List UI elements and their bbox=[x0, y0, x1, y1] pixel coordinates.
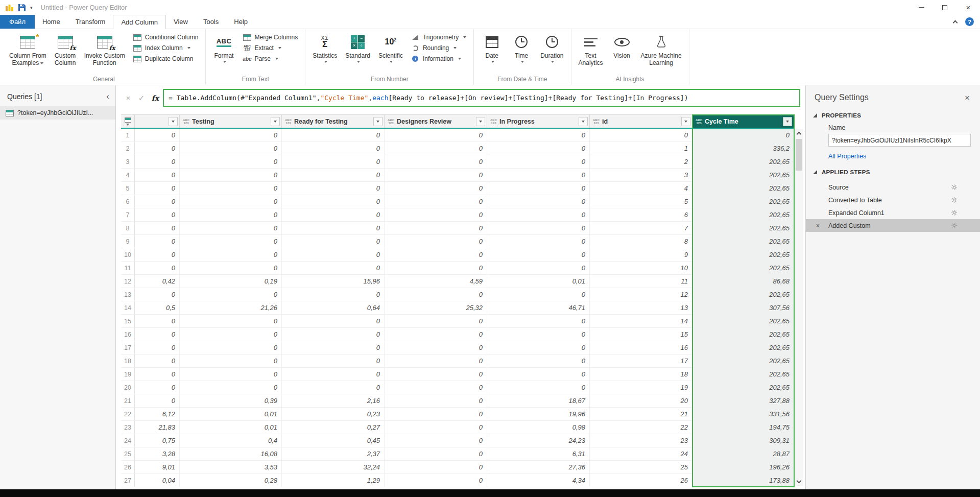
table-cell[interactable]: 0 bbox=[135, 288, 180, 301]
row-number[interactable]: 13 bbox=[121, 288, 135, 301]
table-cell[interactable]: 0 bbox=[180, 315, 282, 327]
table-cell[interactable]: 3 bbox=[590, 169, 692, 181]
table-cell[interactable]: 307,56 bbox=[692, 301, 794, 314]
table-cell[interactable]: 0,23 bbox=[282, 408, 385, 420]
table-cell[interactable]: 0 bbox=[180, 328, 282, 341]
table-cell[interactable]: 202,65 bbox=[692, 182, 794, 195]
table-cell[interactable]: 0 bbox=[180, 248, 282, 261]
filter-dropdown-icon[interactable] bbox=[579, 117, 588, 126]
table-cell[interactable]: 0 bbox=[385, 381, 487, 394]
table-cell[interactable]: 25 bbox=[590, 461, 692, 474]
vertical-scrollbar[interactable] bbox=[795, 129, 803, 486]
row-number[interactable]: 3 bbox=[121, 155, 135, 168]
table-cell[interactable]: 24 bbox=[590, 447, 692, 460]
table-cell[interactable]: 0 bbox=[180, 182, 282, 195]
column-header-ready-for-testing[interactable]: ABC123Ready for Testing bbox=[282, 115, 385, 128]
table-cell[interactable]: 0 bbox=[385, 447, 487, 460]
table-cell[interactable]: 0,01 bbox=[487, 275, 590, 288]
table-cell[interactable]: 0 bbox=[135, 182, 180, 195]
row-number[interactable]: 2 bbox=[121, 142, 135, 155]
table-cell[interactable]: 0 bbox=[180, 235, 282, 248]
row-number[interactable]: 24 bbox=[121, 434, 135, 447]
table-cell[interactable]: 0 bbox=[282, 262, 385, 274]
delete-step-icon[interactable]: × bbox=[816, 222, 820, 229]
close-button[interactable]: × bbox=[957, 0, 980, 15]
ribbon-button-parse[interactable]: abcParse bbox=[241, 55, 300, 63]
table-cell[interactable]: 0 bbox=[385, 315, 487, 327]
table-cell[interactable]: 0 bbox=[487, 182, 590, 195]
column-header-in-progress[interactable]: ABC123In Progress bbox=[487, 115, 590, 128]
table-cell[interactable]: 0 bbox=[282, 288, 385, 301]
row-number[interactable]: 23 bbox=[121, 421, 135, 434]
table-cell[interactable]: 196,26 bbox=[692, 461, 794, 474]
table-cell[interactable]: 173,88 bbox=[692, 474, 794, 487]
table-cell[interactable]: 202,65 bbox=[692, 368, 794, 381]
applied-step-converted-to-table[interactable]: Converted to Table bbox=[806, 194, 980, 206]
cancel-formula-button[interactable]: × bbox=[122, 93, 134, 102]
tab-home[interactable]: Home bbox=[35, 15, 68, 29]
table-cell[interactable]: 0 bbox=[180, 195, 282, 208]
column-header-cycle-time[interactable]: ABC123Cycle Time bbox=[692, 115, 794, 128]
table-cell[interactable]: 0,01 bbox=[180, 408, 282, 420]
table-cell[interactable]: 19,96 bbox=[487, 408, 590, 420]
table-cell[interactable]: 0 bbox=[487, 248, 590, 261]
table-cell[interactable]: 0 bbox=[385, 262, 487, 274]
table-cell[interactable]: 0 bbox=[487, 155, 590, 168]
table-cell[interactable]: 0 bbox=[135, 169, 180, 181]
table-cell[interactable]: 0 bbox=[385, 155, 487, 168]
tab-add-column[interactable]: Add Column bbox=[113, 15, 166, 29]
table-cell[interactable]: 0 bbox=[135, 368, 180, 381]
table-cell[interactable]: 6,12 bbox=[135, 408, 180, 420]
tab-help[interactable]: Help bbox=[226, 15, 255, 29]
table-cell[interactable]: 0 bbox=[135, 315, 180, 327]
table-cell[interactable]: 25,32 bbox=[385, 301, 487, 314]
table-cell[interactable]: 0 bbox=[282, 169, 385, 181]
table-cell[interactable]: 0 bbox=[692, 129, 794, 141]
table-cell[interactable]: 11 bbox=[590, 275, 692, 288]
row-number[interactable]: 9 bbox=[121, 235, 135, 248]
table-cell[interactable]: 0 bbox=[135, 208, 180, 221]
table-cell[interactable]: 0 bbox=[180, 368, 282, 381]
table-cell[interactable]: 0 bbox=[282, 315, 385, 327]
table-cell[interactable]: 0 bbox=[385, 394, 487, 407]
table-cell[interactable]: 19 bbox=[590, 381, 692, 394]
filter-dropdown-icon[interactable] bbox=[476, 117, 485, 126]
table-cell[interactable]: 0 bbox=[180, 262, 282, 274]
ribbon-button-duration[interactable]: Duration bbox=[537, 31, 567, 75]
table-cell[interactable]: 14 bbox=[590, 315, 692, 327]
ribbon-button-duplicate-column[interactable]: Duplicate Column bbox=[131, 55, 201, 63]
table-cell[interactable]: 309,31 bbox=[692, 434, 794, 447]
table-cell[interactable]: 0 bbox=[487, 195, 590, 208]
table-cell[interactable]: 0 bbox=[282, 248, 385, 261]
table-cell[interactable]: 0 bbox=[385, 288, 487, 301]
table-cell[interactable]: 0 bbox=[487, 354, 590, 367]
table-cell[interactable]: 0 bbox=[487, 315, 590, 327]
table-cell[interactable]: 1,29 bbox=[282, 474, 385, 487]
all-properties-link[interactable]: All Properties bbox=[806, 152, 980, 165]
table-cell[interactable]: 15,96 bbox=[282, 275, 385, 288]
ribbon-button-time[interactable]: Time bbox=[507, 31, 536, 75]
table-cell[interactable]: 336,2 bbox=[692, 142, 794, 155]
close-settings-icon[interactable]: × bbox=[965, 93, 970, 102]
table-cell[interactable]: 0 bbox=[135, 248, 180, 261]
table-cell[interactable]: 202,65 bbox=[692, 169, 794, 181]
table-cell[interactable]: 0 bbox=[385, 248, 487, 261]
row-number[interactable]: 18 bbox=[121, 354, 135, 367]
table-cell[interactable]: 202,65 bbox=[692, 235, 794, 248]
table-cell[interactable]: 0 bbox=[135, 354, 180, 367]
ribbon-button-vision[interactable]: Vision bbox=[608, 31, 636, 75]
applied-step-expanded-column1[interactable]: Expanded Column1 bbox=[806, 206, 980, 219]
table-cell[interactable]: 0,45 bbox=[282, 434, 385, 447]
table-cell[interactable]: 0 bbox=[487, 288, 590, 301]
ribbon-button-text-analytics[interactable]: TextAnalytics bbox=[575, 31, 607, 75]
row-number[interactable]: 4 bbox=[121, 169, 135, 181]
table-cell[interactable]: 202,65 bbox=[692, 315, 794, 327]
collapse-ribbon-icon[interactable] bbox=[953, 20, 958, 25]
table-cell[interactable]: 0 bbox=[282, 328, 385, 341]
table-cell[interactable]: 202,65 bbox=[692, 341, 794, 354]
table-cell[interactable]: 0 bbox=[385, 208, 487, 221]
table-cell[interactable]: 2,37 bbox=[282, 447, 385, 460]
row-number[interactable]: 20 bbox=[121, 381, 135, 394]
table-cell[interactable]: 21,26 bbox=[180, 301, 282, 314]
properties-section-header[interactable]: PROPERTIES bbox=[806, 108, 980, 122]
